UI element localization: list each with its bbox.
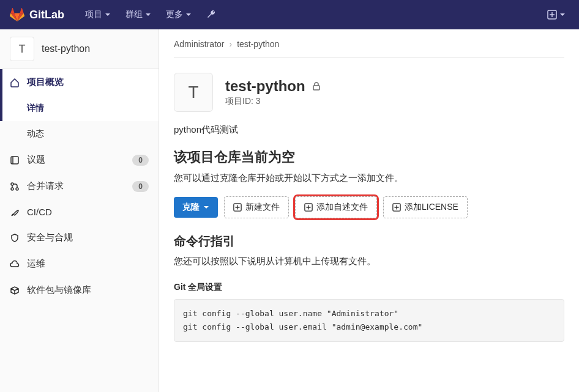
svg-point-2	[11, 183, 13, 185]
sidebar-label: 动态	[27, 128, 44, 139]
sidebar-label: CI/CD	[27, 207, 52, 217]
chevron-down-icon	[203, 204, 209, 210]
nav-admin-wrench[interactable]	[200, 5, 222, 24]
sidebar-item-operations[interactable]: 运维	[0, 251, 159, 277]
nav-groups[interactable]: 群组	[119, 4, 157, 25]
sidebar-label: 软件包与镜像库	[27, 284, 91, 296]
action-row: 克隆 新建文件 添加自述文件 添加LICENSE	[174, 196, 564, 218]
empty-repo-subtext: 您可以通过克隆仓库开始或开始以下方式之一添加文件。	[174, 172, 564, 184]
issues-icon	[10, 155, 20, 165]
sidebar-project-header[interactable]: T test-python	[0, 29, 159, 69]
sidebar-item-details[interactable]: 详情	[0, 95, 159, 121]
svg-rect-1	[11, 157, 18, 164]
lock-icon	[312, 81, 321, 91]
topbar-nav: 项目 群组 更多	[79, 4, 222, 25]
project-hero: T test-python 项目ID: 3	[174, 73, 564, 112]
git-global-heading: Git 全局设置	[174, 282, 564, 293]
sidebar-label: 合并请求	[27, 180, 64, 192]
plus-square-icon	[304, 203, 313, 212]
button-label: 添加LICENSE	[405, 202, 458, 213]
clone-button[interactable]: 克隆	[174, 197, 218, 218]
wrench-icon	[206, 10, 216, 20]
topbar: GitLab 项目 群组 更多	[0, 0, 579, 29]
button-label: 添加自述文件	[316, 202, 368, 213]
sidebar-item-overview[interactable]: 项目概览	[0, 69, 159, 95]
cli-subtext: 您还可以按照以下说明从计算机中上传现有文件。	[174, 256, 564, 267]
badge-count: 0	[132, 155, 149, 166]
sidebar-label: 运维	[27, 258, 45, 270]
nav-label: 项目	[85, 9, 102, 20]
sidebar-label: 详情	[27, 103, 44, 114]
nav-label: 群组	[125, 9, 143, 20]
plus-square-icon	[392, 203, 401, 212]
svg-rect-5	[313, 86, 319, 90]
hero-avatar: T	[174, 73, 213, 112]
button-label: 克隆	[182, 202, 200, 213]
button-label: 新建文件	[245, 202, 280, 213]
sidebar-item-packages[interactable]: 软件包与镜像库	[0, 277, 159, 303]
cloud-icon	[10, 259, 20, 269]
sidebar-item-issues[interactable]: 议题 0	[0, 147, 159, 173]
breadcrumb-separator: ›	[229, 39, 232, 49]
package-icon	[10, 286, 20, 295]
sidebar-item-merge-requests[interactable]: 合并请求 0	[0, 173, 159, 199]
svg-point-3	[11, 188, 13, 190]
hero-project-id: 项目ID: 3	[225, 96, 321, 107]
sidebar-item-security[interactable]: 安全与合规	[0, 224, 159, 251]
brand-text: GitLab	[29, 9, 64, 21]
content: Administrator › test-python T test-pytho…	[159, 29, 579, 392]
cli-heading: 命令行指引	[174, 233, 564, 250]
chevron-down-icon	[185, 12, 192, 18]
nav-label: 更多	[166, 9, 183, 20]
nav-more[interactable]: 更多	[160, 4, 198, 25]
plus-square-icon	[547, 10, 557, 20]
hero-title: test-python	[225, 78, 305, 95]
breadcrumb: Administrator › test-python	[174, 39, 564, 58]
breadcrumb-project[interactable]: test-python	[237, 39, 279, 49]
plus-square-icon	[233, 203, 242, 212]
add-readme-button[interactable]: 添加自述文件	[295, 196, 377, 218]
sidebar-label: 项目概览	[27, 76, 64, 88]
rocket-icon	[10, 207, 20, 217]
project-description: python代码测试	[174, 124, 564, 136]
add-license-button[interactable]: 添加LICENSE	[383, 196, 468, 218]
badge-count: 0	[132, 181, 149, 192]
sidebar: T test-python 项目概览 详情 动态 议题 0 合并请求 0 CI/…	[0, 29, 159, 392]
new-file-button[interactable]: 新建文件	[224, 196, 289, 218]
sidebar-label: 议题	[27, 154, 45, 166]
empty-repo-heading: 该项目仓库当前为空	[174, 148, 564, 166]
chevron-down-icon	[559, 12, 566, 18]
nav-projects[interactable]: 项目	[79, 4, 117, 25]
chevron-down-icon	[145, 12, 151, 18]
logo-area[interactable]: GitLab	[10, 7, 64, 22]
sidebar-item-activity[interactable]: 动态	[0, 121, 159, 147]
sidebar-item-cicd[interactable]: CI/CD	[0, 199, 159, 224]
topbar-actions	[544, 6, 569, 23]
home-icon	[10, 78, 20, 87]
merge-icon	[10, 182, 20, 191]
project-name: test-python	[42, 43, 90, 54]
gitlab-logo-icon	[10, 7, 24, 22]
breadcrumb-owner[interactable]: Administrator	[174, 39, 224, 49]
project-avatar: T	[10, 37, 34, 61]
new-button[interactable]	[544, 6, 569, 23]
sidebar-label: 安全与合规	[27, 232, 73, 243]
svg-point-4	[16, 188, 18, 190]
shield-icon	[10, 233, 20, 243]
git-config-code: git config --global user.name "Administr…	[174, 299, 564, 342]
chevron-down-icon	[105, 12, 111, 18]
